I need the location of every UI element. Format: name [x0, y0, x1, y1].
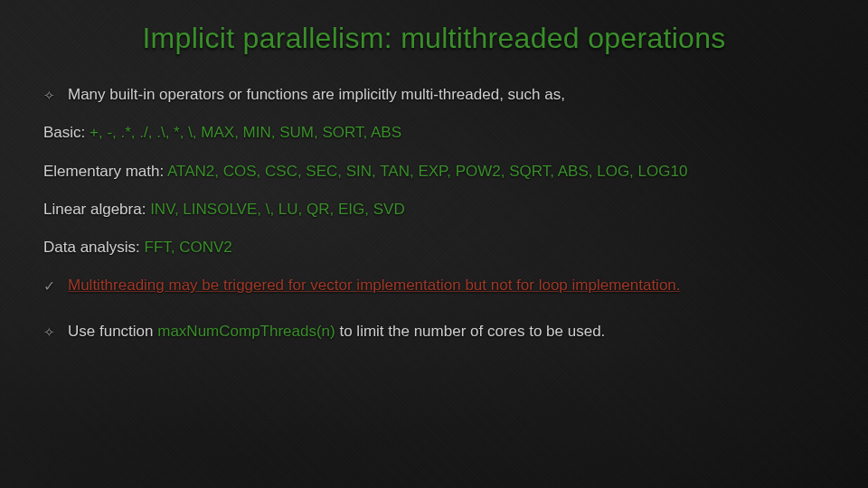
slide-title: Implicit parallelism: multithreaded oper… — [43, 22, 825, 55]
linalg-label: Linear algebra: — [43, 201, 150, 218]
hint-fn: maxNumCompThreads(n) — [157, 323, 335, 340]
intro-row: ✧ Many built-in operators or functions a… — [43, 80, 825, 109]
hint-row: ✧ Use function maxNumCompThreads(n) to l… — [43, 317, 825, 346]
bullet-diamond-icon: ✧ — [43, 320, 55, 346]
hint-post: to limit the number of cores to be used. — [335, 323, 606, 340]
basic-label: Basic: — [43, 124, 90, 141]
slide-body: ✧ Many built-in operators or functions a… — [43, 80, 825, 346]
data-label: Data analysis: — [43, 239, 145, 256]
bullet-diamond-icon: ✧ — [43, 83, 55, 109]
elem-ops: ATAN2, COS, CSC, SEC, SIN, TAN, EXP, POW… — [167, 163, 687, 180]
elem-label: Elementary math: — [43, 163, 167, 180]
note-row: ✓ Multithreading may be triggered for ve… — [43, 271, 825, 300]
intro-text: Many built-in operators or functions are… — [68, 80, 565, 109]
hint-pre: Use function — [68, 323, 157, 340]
slide: Implicit parallelism: multithreaded oper… — [0, 0, 868, 488]
elem-line: Elementary math: ATAN2, COS, CSC, SEC, S… — [43, 157, 825, 186]
linalg-ops: INV, LINSOLVE, \, LU, QR, EIG, SVD — [150, 201, 405, 218]
note-text: Multithreading may be triggered for vect… — [68, 271, 681, 300]
data-line: Data analysis: FFT, CONV2 — [43, 233, 825, 262]
basic-ops: +, -, .*, ./, .\, *, \, MAX, MIN, SUM, S… — [90, 124, 401, 141]
hint-text: Use function maxNumCompThreads(n) to lim… — [68, 317, 605, 346]
linalg-line: Linear algebra: INV, LINSOLVE, \, LU, QR… — [43, 195, 825, 224]
check-icon: ✓ — [43, 273, 55, 300]
data-ops: FFT, CONV2 — [145, 239, 232, 256]
basic-line: Basic: +, -, .*, ./, .\, *, \, MAX, MIN,… — [43, 118, 825, 147]
